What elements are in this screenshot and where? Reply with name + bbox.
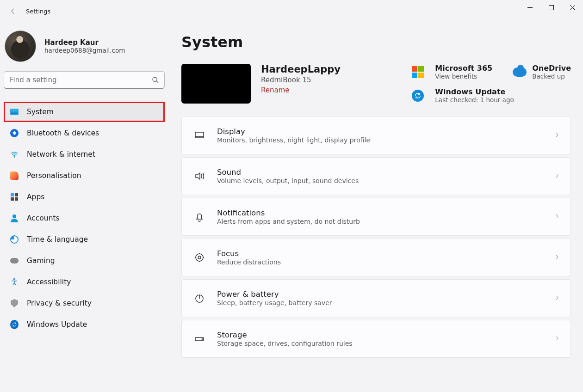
card-sub: Sleep, battery usage, battery saver [217, 299, 332, 306]
nav-item-update[interactable]: Windows Update [4, 314, 165, 335]
nav-label: Accessibility [27, 278, 71, 286]
close-button[interactable] [562, 0, 583, 15]
search-input[interactable] [4, 71, 165, 89]
nav-item-apps[interactable]: Apps [4, 187, 165, 207]
search-icon [152, 76, 159, 84]
promo-onedrive[interactable]: OneDrive Backed up [513, 64, 571, 80]
page-heading: System [181, 33, 571, 51]
setting-display[interactable]: DisplayMonitors, brightness, night light… [181, 116, 571, 154]
nav-item-accessibility[interactable]: Accessibility [4, 272, 165, 292]
setting-power[interactable]: Power & batterySleep, battery usage, bat… [181, 279, 571, 317]
svg-point-6 [198, 256, 201, 259]
nav-label: Bluetooth & devices [27, 129, 99, 137]
card-title: Notifications [217, 208, 360, 217]
display-icon [194, 130, 205, 141]
nav-item-system[interactable]: System [4, 102, 165, 122]
card-title: Focus [217, 249, 281, 258]
main-content: System HardeepLappy RedmiBook 15 Rename … [166, 22, 583, 392]
svg-rect-4 [195, 132, 204, 138]
svg-point-2 [14, 157, 15, 158]
gamepad-icon [10, 257, 19, 265]
clock-icon [10, 235, 19, 244]
nav-item-personalisation[interactable]: Personalisation [4, 165, 165, 186]
search-wrap [4, 71, 165, 89]
chevron-right-icon [554, 131, 560, 140]
bluetooth-icon [10, 129, 19, 137]
user-email: hardeep0688@gmail.com [44, 47, 125, 54]
svg-point-3 [14, 279, 15, 280]
device-row: HardeepLappy RedmiBook 15 Rename Microso… [181, 64, 571, 104]
card-title: Storage [217, 331, 353, 339]
promo-title: Microsoft 365 [435, 64, 492, 73]
power-icon [194, 293, 205, 304]
svg-point-1 [153, 77, 157, 81]
bell-icon [194, 211, 205, 222]
maximize-button[interactable] [540, 0, 562, 15]
nav-label: Gaming [27, 257, 55, 265]
window-controls [519, 0, 583, 15]
sidebar: Hardeep Kaur hardeep0688@gmail.com Syste… [0, 22, 166, 392]
chevron-right-icon [554, 172, 560, 181]
sound-icon [194, 171, 205, 182]
cloud-icon [513, 65, 527, 79]
microsoft-logo-icon [411, 65, 425, 79]
setting-storage[interactable]: StorageStorage space, drives, configurat… [181, 320, 571, 358]
setting-focus[interactable]: FocusReduce distractions [181, 239, 571, 276]
chevron-right-icon [554, 213, 560, 221]
nav-item-bluetooth[interactable]: Bluetooth & devices [4, 123, 165, 143]
user-name: Hardeep Kaur [44, 38, 125, 47]
accessibility-icon [10, 278, 19, 286]
device-name: HardeepLappy [261, 64, 341, 75]
nav-label: Personalisation [27, 172, 81, 180]
promo-title: OneDrive [532, 64, 571, 73]
device-model: RedmiBook 15 [261, 76, 341, 84]
card-sub: Volume levels, output, input, sound devi… [217, 177, 359, 184]
svg-point-9 [202, 339, 203, 340]
nav-label: Apps [27, 193, 44, 201]
promo-sub: Backed up [532, 73, 571, 80]
user-profile[interactable]: Hardeep Kaur hardeep0688@gmail.com [4, 31, 166, 62]
promo-panel: Microsoft 365 View benefits OneDrive Bac… [411, 64, 571, 104]
svg-rect-0 [549, 5, 553, 10]
card-sub: Monitors, brightness, night light, displ… [217, 136, 370, 144]
device-info: HardeepLappy RedmiBook 15 Rename [261, 64, 341, 94]
nav-item-accounts[interactable]: Accounts [4, 208, 165, 228]
nav: System Bluetooth & devices Network & int… [4, 102, 165, 335]
device-thumbnail [181, 64, 251, 104]
promo-winupdate[interactable]: Windows Update Last checked: 1 hour ago [435, 87, 571, 104]
setting-notifications[interactable]: NotificationsAlerts from apps and system… [181, 198, 571, 236]
promo-sub: View benefits [435, 73, 492, 80]
setting-sound[interactable]: SoundVolume levels, output, input, sound… [181, 157, 571, 195]
nav-item-network[interactable]: Network & internet [4, 144, 165, 165]
card-sub: Alerts from apps and system, do not dist… [217, 218, 360, 225]
back-button[interactable] [6, 4, 20, 18]
nav-item-time[interactable]: Time & language [4, 229, 165, 250]
wifi-icon [10, 150, 19, 159]
promo-ms365[interactable]: Microsoft 365 View benefits [435, 64, 492, 80]
nav-label: System [27, 108, 54, 116]
nav-label: Network & internet [27, 150, 95, 159]
rename-link[interactable]: Rename [261, 86, 290, 94]
card-sub: Storage space, drives, configuration rul… [217, 340, 353, 347]
chevron-right-icon [554, 294, 560, 303]
window-title: Settings [26, 8, 50, 15]
nav-label: Time & language [27, 235, 88, 244]
svg-point-5 [196, 254, 203, 261]
minimize-button[interactable] [519, 0, 540, 15]
apps-icon [10, 193, 19, 201]
nav-label: Privacy & security [27, 299, 92, 307]
update-icon [411, 89, 425, 103]
avatar [5, 31, 36, 62]
nav-label: Windows Update [27, 320, 87, 329]
card-title: Power & battery [217, 290, 332, 299]
nav-label: Accounts [27, 214, 60, 222]
person-icon [10, 214, 19, 222]
card-title: Sound [217, 168, 359, 177]
card-sub: Reduce distractions [217, 258, 281, 266]
nav-item-privacy[interactable]: Privacy & security [4, 293, 165, 313]
promo-sub: Last checked: 1 hour ago [435, 96, 571, 104]
system-icon [10, 108, 19, 116]
promo-title: Windows Update [435, 87, 571, 96]
nav-item-gaming[interactable]: Gaming [4, 251, 165, 271]
titlebar: Settings [0, 0, 583, 22]
